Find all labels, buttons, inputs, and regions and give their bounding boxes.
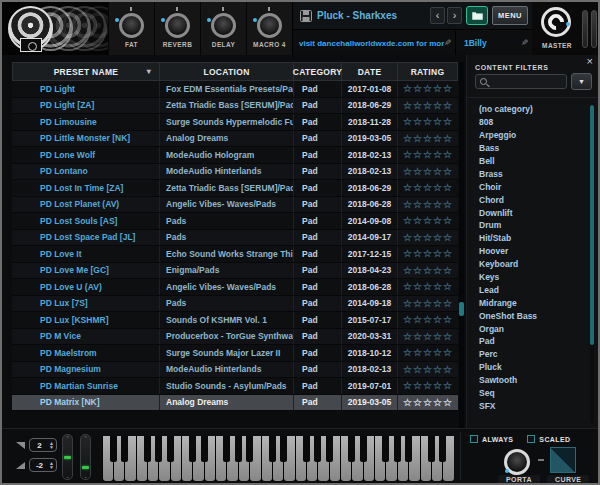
- rating-stars[interactable]: ☆☆☆☆☆: [398, 164, 458, 180]
- mod-wheel[interactable]: ⌃ ⌄: [80, 434, 91, 480]
- table-scrollbar-thumb[interactable]: [459, 302, 464, 316]
- filter-search-input[interactable]: [490, 77, 560, 86]
- category-filter-item[interactable]: Keyboard: [467, 258, 588, 271]
- rating-stars[interactable]: ☆☆☆☆☆: [398, 395, 458, 411]
- preset-author-field[interactable]: 1Billy ✎: [456, 31, 532, 55]
- sidebar-scrollbar[interactable]: [590, 103, 594, 423]
- category-filter-item[interactable]: Sawtooth: [467, 374, 588, 387]
- rating-stars[interactable]: ☆☆☆☆☆: [398, 213, 458, 229]
- rating-stars[interactable]: ☆☆☆☆☆: [398, 180, 458, 196]
- black-key[interactable]: [348, 436, 355, 462]
- rating-stars[interactable]: ☆☆☆☆☆: [398, 345, 458, 361]
- category-filter-item[interactable]: SFX: [467, 399, 588, 412]
- table-row[interactable]: PD MagnesiumModeAudio HinterlandsPad2018…: [12, 362, 458, 379]
- category-filter-item[interactable]: Downlift: [467, 206, 588, 219]
- category-filter-item[interactable]: Drum: [467, 219, 588, 232]
- black-key[interactable]: [405, 436, 412, 462]
- column-header-category[interactable]: CATEGORY: [294, 63, 342, 80]
- category-filter-item[interactable]: Choir: [467, 180, 588, 193]
- next-preset-button[interactable]: ›: [447, 7, 462, 24]
- rating-stars[interactable]: ☆☆☆☆☆: [398, 98, 458, 114]
- table-row[interactable]: PD Little Monster [NK]Analog DreamsPad20…: [12, 131, 458, 148]
- browser-toggle-button[interactable]: [466, 6, 488, 25]
- category-filter-item[interactable]: Arpeggio: [467, 129, 588, 142]
- column-header-preset-name[interactable]: PRESET NAME ▾: [12, 63, 160, 80]
- table-row[interactable]: PD Lost Souls [AS]PadsPad2014-09-08☆☆☆☆☆: [12, 213, 458, 230]
- category-filter-item[interactable]: Midrange: [467, 296, 588, 309]
- black-key[interactable]: [144, 436, 151, 462]
- bend-down-range-stepper[interactable]: -2 ▲ ▼: [29, 458, 57, 472]
- filter-dropdown-button[interactable]: ▼: [571, 73, 592, 90]
- black-key[interactable]: [223, 436, 230, 462]
- black-key[interactable]: [314, 436, 321, 462]
- menu-button[interactable]: MENU: [492, 6, 528, 25]
- curve-display[interactable]: [550, 447, 576, 473]
- table-row[interactable]: PD Matrix [NK]Analog DreamsPad2019-03-05…: [12, 395, 458, 412]
- knob-dial[interactable]: [119, 13, 144, 38]
- rating-stars[interactable]: ☆☆☆☆☆: [398, 197, 458, 213]
- table-row[interactable]: PD Lost Space Pad [JL]PadsPad2014-09-17☆…: [12, 230, 458, 247]
- knob-dial[interactable]: [165, 13, 190, 38]
- table-row[interactable]: PD Love U (AV)Angelic Vibes- Waves/PadsP…: [12, 279, 458, 296]
- rating-stars[interactable]: ☆☆☆☆☆: [398, 263, 458, 279]
- category-filter-item[interactable]: Perc: [467, 348, 588, 361]
- rating-stars[interactable]: ☆☆☆☆☆: [398, 81, 458, 97]
- black-key[interactable]: [269, 436, 276, 462]
- black-key[interactable]: [280, 436, 287, 462]
- table-row[interactable]: PD Love Me [GC]Enigma/PadsPad2018-04-23☆…: [12, 263, 458, 280]
- black-key[interactable]: [303, 436, 310, 462]
- table-row[interactable]: PD Love ItEcho Sound Works Strange Thing…: [12, 246, 458, 263]
- edit-comment-icon[interactable]: ✎: [444, 38, 452, 48]
- edit-author-icon[interactable]: ✎: [521, 38, 529, 48]
- macro-knob-reverb[interactable]: REVERB: [154, 2, 200, 55]
- rating-stars[interactable]: ☆☆☆☆☆: [398, 230, 458, 246]
- category-filter-item[interactable]: Hit/Stab: [467, 232, 588, 245]
- checkbox-icon[interactable]: [527, 435, 535, 443]
- rating-stars[interactable]: ☆☆☆☆☆: [398, 114, 458, 130]
- column-header-date[interactable]: DATE: [342, 63, 398, 80]
- table-row[interactable]: PD LightFox EDM Essentials Presets/PadPa…: [12, 81, 458, 98]
- black-key[interactable]: [110, 436, 117, 462]
- table-row[interactable]: PD Lone WolfModeAudio HologramPad2018-02…: [12, 147, 458, 164]
- prev-preset-button[interactable]: ‹: [430, 7, 445, 24]
- pitch-wheel[interactable]: ⌃ ⌄: [62, 434, 73, 480]
- black-key[interactable]: [235, 436, 242, 462]
- save-icon[interactable]: [300, 10, 312, 22]
- checkbox-icon[interactable]: [470, 435, 478, 443]
- black-key[interactable]: [121, 436, 128, 462]
- piano-keyboard[interactable]: [102, 436, 454, 481]
- bend-up-range-stepper[interactable]: 2 ▲ ▼: [29, 438, 57, 452]
- macro-knob-macro4[interactable]: MACRO 4: [246, 2, 292, 55]
- category-filter-item[interactable]: Hoover: [467, 245, 588, 258]
- scaled-checkbox[interactable]: SCALED: [527, 435, 570, 443]
- knob-dial[interactable]: [211, 13, 236, 38]
- category-filter-item[interactable]: Brass: [467, 167, 588, 180]
- table-row[interactable]: PD Martian SunriseStudio Sounds - Asylum…: [12, 378, 458, 395]
- stepper-down-icon[interactable]: ▼: [49, 445, 54, 449]
- category-filter-item[interactable]: Seq: [467, 387, 588, 400]
- filter-search-box[interactable]: [475, 74, 567, 89]
- black-key[interactable]: [201, 436, 208, 462]
- table-row[interactable]: PD Lux [KSHMR]Sounds Of KSHMR Vol. 1Pad2…: [12, 312, 458, 329]
- black-key[interactable]: [326, 436, 333, 462]
- rating-stars[interactable]: ☆☆☆☆☆: [398, 312, 458, 328]
- category-filter-item[interactable]: 808: [467, 116, 588, 129]
- black-key[interactable]: [382, 436, 389, 462]
- category-filter-item[interactable]: Pluck: [467, 361, 588, 374]
- rating-stars[interactable]: ☆☆☆☆☆: [398, 147, 458, 163]
- black-key[interactable]: [394, 436, 401, 462]
- black-key[interactable]: [155, 436, 162, 462]
- black-key[interactable]: [189, 436, 196, 462]
- rating-stars[interactable]: ☆☆☆☆☆: [398, 296, 458, 312]
- table-row[interactable]: PD MaelstromSurge Sounds Major Lazer IIP…: [12, 345, 458, 362]
- category-filter-item[interactable]: Chord: [467, 193, 588, 206]
- table-row[interactable]: PD LimousineSurge Sounds Hypermelodic Fu…: [12, 114, 458, 131]
- rating-stars[interactable]: ☆☆☆☆☆: [398, 131, 458, 147]
- sidebar-scrollbar-thumb[interactable]: [590, 105, 594, 345]
- column-header-rating[interactable]: RATING: [398, 63, 458, 80]
- table-row[interactable]: PD LontanoModeAudio HinterlandsPad2018-0…: [12, 164, 458, 181]
- category-filter-item[interactable]: Bass: [467, 142, 588, 155]
- black-key[interactable]: [439, 436, 446, 462]
- table-row[interactable]: PD Lost In Time [ZA]Zetta Triadic Bass […: [12, 180, 458, 197]
- macro-knob-fat[interactable]: FAT: [108, 2, 154, 55]
